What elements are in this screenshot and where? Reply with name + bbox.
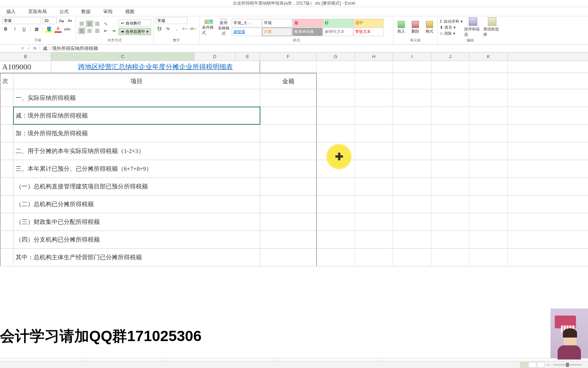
style-normal-main[interactable]: 常规_主… <box>232 19 262 27</box>
cell-form-code[interactable]: A109000 <box>0 61 51 73</box>
cell-empty[interactable] <box>355 213 393 231</box>
cell-empty[interactable] <box>431 107 469 124</box>
font-color-button[interactable]: A <box>54 26 62 33</box>
cell-empty[interactable] <box>0 213 13 231</box>
cell-empty[interactable] <box>393 73 431 89</box>
style-hyperlink[interactable]: 超链接 <box>232 28 262 36</box>
cell-empty[interactable] <box>393 160 431 177</box>
format-as-table-button[interactable]: 套用 表格格式 <box>217 19 230 35</box>
align-bottom-button[interactable] <box>94 21 101 27</box>
cell-item-8[interactable]: （三）财政集中已分配所得税额 <box>13 213 260 231</box>
cell-empty[interactable] <box>469 142 508 160</box>
wrap-text-button[interactable]: ↩自动换行 <box>119 19 151 27</box>
cell-amount-1[interactable] <box>260 89 317 107</box>
cell-empty[interactable] <box>355 142 393 160</box>
cell-empty[interactable] <box>469 231 508 248</box>
style-explanatory[interactable]: 解释性文本 <box>323 28 353 36</box>
cell-empty[interactable] <box>355 73 393 89</box>
increase-indent-button[interactable]: ⇥ <box>110 28 117 34</box>
cell-empty[interactable] <box>393 125 431 142</box>
underline-button[interactable]: U <box>21 26 28 33</box>
cell-empty[interactable] <box>393 213 431 231</box>
cell-empty[interactable] <box>431 178 469 195</box>
align-top-button[interactable] <box>78 21 85 27</box>
cell-empty[interactable] <box>317 73 355 89</box>
cell-empty[interactable] <box>431 89 469 107</box>
align-middle-button[interactable] <box>86 21 93 27</box>
insert-cells-button[interactable]: 插入 <box>396 21 407 34</box>
style-neutral[interactable]: 适中 <box>353 19 384 27</box>
col-header-I[interactable]: I <box>393 52 431 61</box>
cell-empty[interactable] <box>317 125 355 142</box>
cell-form-title[interactable]: 跨地区经营汇总纳税企业年度分摊企业所得税明细表 <box>51 61 260 73</box>
cell-empty[interactable] <box>431 125 469 142</box>
cell-empty[interactable] <box>393 107 431 124</box>
cell-empty[interactable] <box>393 249 431 266</box>
cell-empty[interactable] <box>431 231 469 248</box>
cell-empty[interactable] <box>260 61 317 73</box>
increase-decimal-button[interactable]: .0→ <box>181 26 189 32</box>
cell-empty[interactable] <box>431 213 469 231</box>
cell-item-7[interactable]: （二）总机构已分摊所得税额 <box>13 196 260 213</box>
cell-empty[interactable] <box>393 142 431 160</box>
sort-filter-button[interactable]: 排序和筛选 <box>464 17 482 37</box>
cell-item-9[interactable]: （四）分支机构已分摊所得税额 <box>13 231 260 248</box>
accounting-format-button[interactable]: 💱 <box>156 26 163 32</box>
cell-empty[interactable] <box>355 178 393 195</box>
merge-center-button[interactable]: ⬌合并后居中▾ <box>119 28 151 35</box>
cell-empty[interactable] <box>355 61 393 73</box>
cell-amount-7[interactable] <box>260 196 317 213</box>
number-format-select[interactable] <box>156 17 188 24</box>
comma-button[interactable]: , <box>173 26 180 32</box>
cell-empty[interactable] <box>469 125 508 142</box>
autosum-button[interactable]: Σ自动求和▾ <box>440 19 463 24</box>
cell-empty[interactable] <box>431 73 469 89</box>
cell-empty[interactable] <box>469 178 508 195</box>
style-bad[interactable]: 差 <box>293 19 323 27</box>
cell-item-2-active[interactable]: 减：境外所得应纳所得税额 <box>13 107 260 124</box>
font-size-select[interactable] <box>42 17 57 24</box>
cell-empty[interactable] <box>431 61 469 73</box>
align-left-button[interactable] <box>78 28 85 34</box>
cell-amount-5[interactable] <box>260 160 317 177</box>
cell-amount-4[interactable] <box>260 142 317 160</box>
style-normal[interactable]: 常规 <box>262 19 292 27</box>
menu-page-layout[interactable]: 页面布局 <box>22 7 53 16</box>
cancel-formula-button[interactable]: ✕ <box>20 46 25 51</box>
cell-item-3[interactable]: 加：境外所得抵免所得税额 <box>13 125 260 142</box>
cell-empty[interactable] <box>431 196 469 213</box>
col-header-C[interactable]: C <box>51 52 195 61</box>
cell-empty[interactable] <box>355 107 393 124</box>
cell-empty[interactable] <box>0 89 13 107</box>
cell-empty[interactable] <box>393 89 431 107</box>
cell-empty[interactable] <box>0 249 13 266</box>
cell-amount-8[interactable] <box>260 213 317 231</box>
col-header-J[interactable]: J <box>431 52 469 61</box>
clear-button[interactable]: ◇清除▾ <box>440 31 463 36</box>
col-header-D[interactable]: D <box>195 52 235 61</box>
cell-empty[interactable] <box>469 196 508 213</box>
cell-empty[interactable] <box>431 142 469 160</box>
cell-amount-6[interactable] <box>260 178 317 195</box>
formula-input[interactable]: 减：境外所得应纳所得税额 <box>40 45 588 52</box>
style-warning[interactable]: 警告文本 <box>353 28 384 36</box>
style-calculation[interactable]: 计算 <box>262 28 292 36</box>
col-header-F[interactable]: F <box>260 52 317 61</box>
align-right-button[interactable] <box>94 28 101 34</box>
menu-data[interactable]: 数据 <box>75 7 97 16</box>
cell-empty[interactable] <box>0 196 13 213</box>
orientation-button[interactable]: ⤡ <box>102 21 109 27</box>
cell-empty[interactable] <box>355 231 393 248</box>
cell-empty[interactable] <box>355 125 393 142</box>
cell-empty[interactable] <box>0 178 13 195</box>
find-select-button[interactable]: 查找和选择 <box>483 17 501 37</box>
cell-empty[interactable] <box>469 61 508 73</box>
cell-empty[interactable] <box>393 231 431 248</box>
cell-empty[interactable] <box>317 249 355 266</box>
enter-formula-button[interactable]: ✓ <box>26 46 31 51</box>
cell-empty[interactable] <box>355 249 393 266</box>
border-button[interactable]: ▦ <box>33 26 40 33</box>
cell-empty[interactable] <box>393 196 431 213</box>
cell-amount-3[interactable] <box>260 125 317 142</box>
cell-empty[interactable] <box>355 160 393 177</box>
